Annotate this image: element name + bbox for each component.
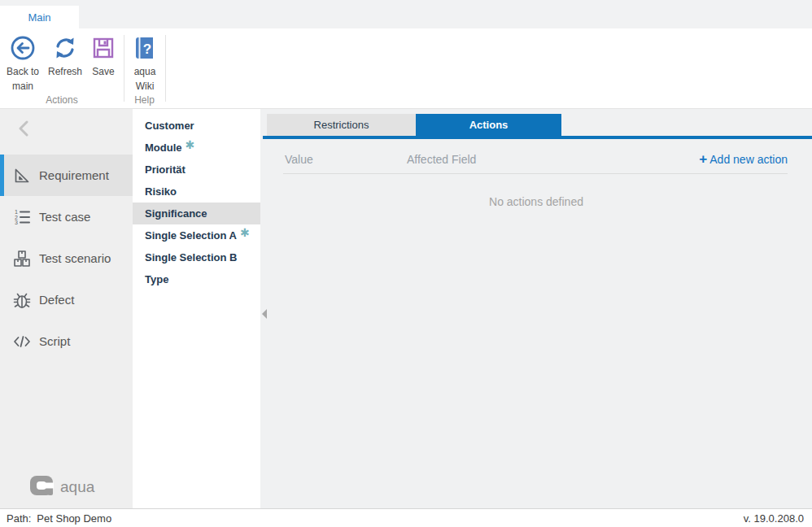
field-item-single-selection-a[interactable]: Single Selection A ✱ xyxy=(133,224,260,246)
back-to-main-label: Back to main xyxy=(7,66,39,92)
field-item-customer[interactable]: Customer xyxy=(133,115,260,137)
field-label: Risiko xyxy=(145,185,177,198)
sidebar-item-script[interactable]: Script xyxy=(0,320,133,362)
field-item-single-selection-b[interactable]: Single Selection B xyxy=(133,246,260,268)
ribbon-tab-main[interactable]: Main xyxy=(0,6,79,28)
field-label: Priorität xyxy=(145,163,186,176)
field-item-type[interactable]: Type xyxy=(133,268,260,290)
stacked-boxes-icon xyxy=(12,249,32,268)
table-header-divider xyxy=(283,173,788,174)
app-window: Main Back to main Re xyxy=(0,0,812,527)
sidebar-item-label: Requirement xyxy=(39,168,109,182)
numbered-list-icon: 123 xyxy=(12,207,32,227)
path-value: Pet Shop Demo xyxy=(37,512,111,525)
wiki-book-icon: ? xyxy=(132,35,158,61)
back-to-main-button[interactable]: Back to main xyxy=(4,35,41,93)
required-asterisk-icon: ✱ xyxy=(186,138,195,151)
main-content: Restrictions Actions Value Affected Fiel… xyxy=(260,109,812,508)
sidebar-item-label: Defect xyxy=(39,293,74,307)
save-button[interactable]: Save xyxy=(85,35,121,78)
ribbon-group-separator xyxy=(165,35,166,102)
field-list-panel: Customer Module ✱ Priorität Risiko Signi… xyxy=(133,109,260,508)
sidebar-item-requirement[interactable]: Requirement xyxy=(0,155,133,196)
field-item-significance[interactable]: Significance xyxy=(133,203,260,224)
aqua-wiki-button[interactable]: ? aqua Wiki xyxy=(125,35,164,93)
refresh-icon xyxy=(52,35,78,61)
status-bar: Path: Pet Shop Demo v. 19.0.208.0 xyxy=(0,508,812,527)
column-header-affected-field: Affected Field xyxy=(407,153,476,166)
field-item-module[interactable]: Module ✱ xyxy=(133,137,260,159)
save-label: Save xyxy=(92,66,114,77)
code-icon xyxy=(12,332,32,351)
add-new-action-link[interactable]: +Add new action xyxy=(699,151,788,168)
column-header-value: Value xyxy=(285,153,313,166)
back-arrow-icon xyxy=(10,35,36,61)
sidebar-item-label: Test case xyxy=(39,210,90,224)
aqua-logo-icon xyxy=(29,473,54,501)
field-label: Module xyxy=(145,142,182,154)
ribbon-tabstrip: Main xyxy=(0,0,812,28)
sidebar-item-test-scenario[interactable]: Test scenario xyxy=(0,237,133,279)
sidebar-item-label: Test scenario xyxy=(39,251,111,265)
field-label: Single Selection A xyxy=(145,229,237,242)
required-asterisk-icon: ✱ xyxy=(240,226,250,239)
sidebar-item-defect[interactable]: Defect xyxy=(0,279,133,320)
ribbon-group-separator xyxy=(124,35,124,102)
svg-text:?: ? xyxy=(143,41,151,57)
field-label: Significance xyxy=(145,207,207,220)
panel-collapse-handle[interactable] xyxy=(261,307,268,320)
refresh-button[interactable]: Refresh xyxy=(45,35,85,78)
version-label: v. 19.0.208.0 xyxy=(744,512,804,525)
aqua-logo: aqua xyxy=(29,473,94,501)
field-item-prioritaet[interactable]: Priorität xyxy=(133,159,260,181)
sidebar-collapse-button[interactable] xyxy=(15,119,34,138)
sidebar: Requirement 123 Test case xyxy=(0,109,133,508)
save-floppy-icon xyxy=(90,35,116,61)
requirement-icon xyxy=(12,166,32,185)
aqua-wiki-label: aqua Wiki xyxy=(134,66,156,92)
aqua-logo-text: aqua xyxy=(60,478,94,496)
field-label: Customer xyxy=(145,120,194,132)
ribbon: Back to main Refresh xyxy=(0,28,812,109)
svg-text:3: 3 xyxy=(15,220,18,225)
sidebar-item-label: Script xyxy=(39,334,70,348)
ribbon-group-help-label: Help xyxy=(124,94,165,106)
sidebar-item-test-case[interactable]: 123 Test case xyxy=(0,196,133,237)
tab-restrictions[interactable]: Restrictions xyxy=(267,114,416,136)
field-label: Type xyxy=(145,273,168,285)
path-label: Path: xyxy=(7,512,31,525)
field-item-risiko[interactable]: Risiko xyxy=(133,181,260,203)
refresh-label: Refresh xyxy=(48,66,82,77)
plus-icon: + xyxy=(699,151,707,167)
tab-actions[interactable]: Actions xyxy=(416,114,561,136)
bug-icon xyxy=(12,290,32,310)
active-tab-underline xyxy=(263,136,812,139)
add-new-action-label: Add new action xyxy=(709,153,788,166)
field-label: Single Selection B xyxy=(145,251,237,264)
ribbon-group-actions-label: Actions xyxy=(0,94,124,106)
empty-actions-message: No actions defined xyxy=(260,195,812,208)
